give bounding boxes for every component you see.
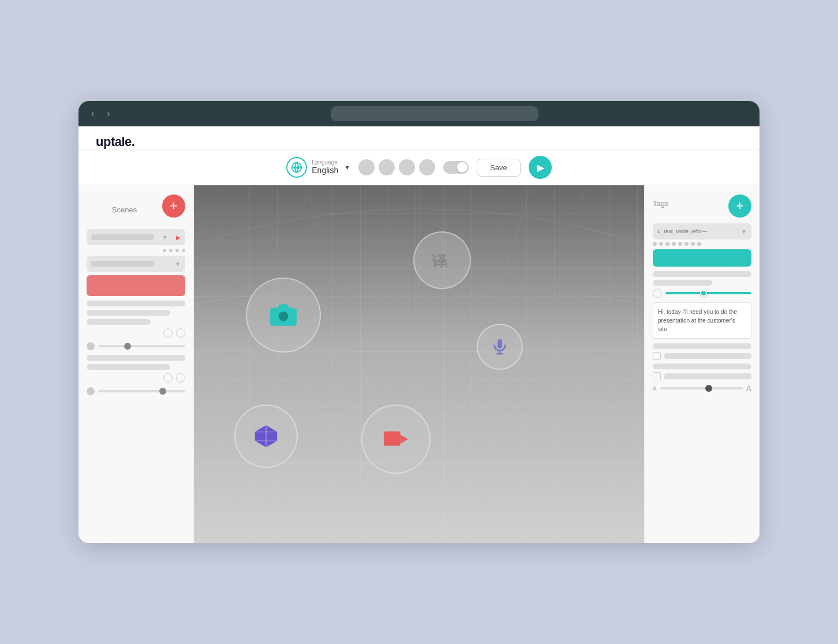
app-logo: uptale.	[96, 134, 134, 149]
tag-dot-6	[684, 242, 689, 246]
toolbar-dot-1	[358, 159, 375, 175]
main-area: Scenes + ▼ ▶ ▼	[78, 185, 760, 543]
back-button[interactable]: ‹	[88, 106, 98, 121]
dots-row-1	[87, 249, 185, 252]
circle-2	[176, 328, 185, 338]
right-panel: Tags + 1_Text_Marie_refor— ▼	[644, 185, 760, 543]
toggle-slider-knob	[700, 290, 707, 297]
chevron-down-icon: ▼	[162, 234, 168, 241]
cube-node[interactable]	[234, 405, 298, 468]
add-tag-button[interactable]: +	[728, 194, 751, 218]
language-selector[interactable]: 译A Language English ▼	[286, 157, 350, 178]
dot-4	[182, 249, 185, 252]
mic-node[interactable]	[477, 324, 523, 370]
url-bar[interactable]	[331, 106, 538, 121]
tags-title: Tags	[653, 199, 668, 208]
tag-text-content[interactable]: Hi, today I'll need you to do the presen…	[653, 302, 751, 339]
right-gray-3	[653, 343, 751, 349]
checkbox-bar-2	[664, 373, 751, 379]
circle-row-1	[87, 328, 185, 338]
language-label: Language English	[312, 160, 338, 175]
circle-1	[163, 328, 173, 338]
toggle-knob	[457, 162, 467, 173]
font-slider[interactable]	[660, 387, 743, 390]
red-block	[87, 275, 185, 296]
gray-bar-5	[87, 364, 170, 370]
svg-rect-15	[384, 432, 401, 446]
language-icon: 译A	[286, 157, 307, 178]
camera-node[interactable]	[246, 278, 321, 353]
checkbox-bar-1	[664, 353, 751, 359]
language-dropdown-arrow[interactable]: ▼	[344, 164, 350, 171]
translate-node[interactable]: 译 A	[413, 231, 471, 289]
slider-2	[87, 387, 185, 395]
scenes-title: Scenes	[112, 205, 137, 214]
gray-bar-3	[87, 319, 151, 325]
toolbar-dot-4	[419, 159, 435, 175]
play-button[interactable]: ▶	[529, 156, 552, 179]
scene-dropdown-1[interactable]: ▼ ▶	[87, 229, 185, 245]
forward-button[interactable]: ›	[103, 106, 113, 121]
toolbar: 译A Language English ▼ Save ▶	[78, 150, 760, 185]
scene-bar-1	[91, 234, 154, 240]
right-panel-header: Tags +	[653, 194, 751, 218]
tag-dot-2	[659, 242, 663, 246]
slider-track-1[interactable]	[98, 345, 185, 347]
font-small-icon: A	[653, 385, 657, 392]
slider-1	[87, 342, 185, 350]
slider-icon-2	[87, 387, 95, 395]
browser-bar: ‹ ›	[78, 101, 760, 126]
svg-point-9	[279, 312, 289, 321]
gray-bar-2	[87, 310, 170, 316]
play-small-icon: ▶	[176, 234, 181, 241]
gray-bar-4	[87, 355, 185, 361]
gray-bar-1	[87, 301, 185, 306]
tag-dot-7	[691, 242, 695, 246]
canvas-area[interactable]: 译 A	[194, 185, 644, 543]
checkbox-row-1	[653, 352, 751, 360]
svg-marker-16	[401, 435, 408, 443]
toolbar-dots	[358, 159, 435, 175]
dot-2	[169, 249, 173, 252]
checkbox-2[interactable]	[653, 372, 661, 380]
tag-dropdown[interactable]: 1_Text_Marie_refor— ▼	[653, 223, 751, 239]
right-gray-4	[653, 364, 751, 369]
add-scene-button[interactable]: +	[162, 194, 185, 218]
scene-bar-2	[91, 261, 154, 267]
circle-4	[176, 373, 185, 383]
circle-row-2	[87, 373, 185, 383]
video-node[interactable]	[361, 405, 431, 474]
scenes-header: Scenes +	[87, 194, 185, 224]
circle-3	[163, 373, 173, 383]
browser-window: ‹ › uptale. 译A Language English ▼	[78, 101, 760, 543]
tag-dot-1	[653, 242, 657, 246]
checkbox-1[interactable]	[653, 352, 661, 360]
scene-dropdown-2[interactable]: ▼	[87, 256, 185, 272]
right-gray-1	[653, 271, 751, 277]
font-large-icon: A	[746, 384, 751, 393]
save-button[interactable]: Save	[477, 159, 521, 177]
toggle-slider[interactable]	[665, 292, 751, 294]
slider-track-2[interactable]	[98, 390, 185, 392]
font-size-row: A A	[653, 384, 751, 393]
tag-name: 1_Text_Marie_refor—	[657, 229, 708, 234]
right-gray-2	[653, 280, 712, 286]
slider-icon-1	[87, 342, 95, 350]
tag-dot-4	[672, 242, 676, 246]
svg-text:译A: 译A	[295, 166, 302, 170]
slider-knob-1[interactable]	[124, 343, 131, 350]
toolbar-toggle[interactable]	[443, 161, 469, 174]
svg-rect-12	[497, 339, 502, 349]
toggle-circle-icon	[653, 289, 662, 298]
tag-chevron-icon: ▼	[741, 229, 747, 235]
toolbar-dot-2	[379, 159, 395, 175]
svg-text:A: A	[441, 257, 448, 269]
tag-dot-3	[665, 242, 669, 246]
slider-knob-2[interactable]	[159, 388, 166, 395]
language-label-top: Language	[312, 160, 338, 166]
toolbar-dot-3	[399, 159, 415, 175]
chevron-down-icon-2: ▼	[175, 261, 181, 267]
play-icon: ▶	[537, 162, 544, 173]
toggle-row	[653, 289, 751, 298]
font-slider-knob[interactable]	[705, 385, 712, 392]
